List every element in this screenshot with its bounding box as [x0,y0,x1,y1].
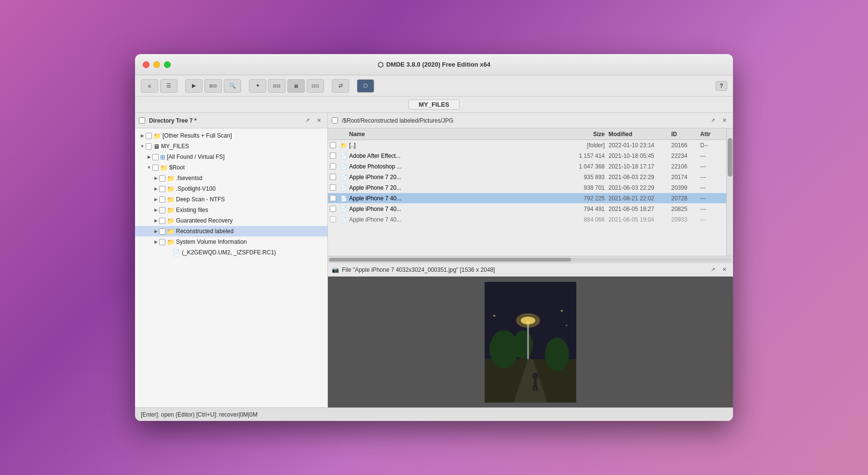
header-attr[interactable]: Attr [700,131,724,138]
check-reconstructed-labeled[interactable] [159,228,165,235]
horizontal-scrollbar[interactable] [328,256,733,263]
check-guaranteed-recovery[interactable] [159,218,165,224]
file-panel-expand-btn[interactable]: ↗ [708,116,718,126]
toolbar-partition-btn[interactable]: ⊞⊟ [204,79,222,93]
tree-item-root[interactable]: ▼ 📁 $Root [135,162,327,173]
row-check-3[interactable] [330,174,336,180]
maximize-button[interactable] [164,61,171,68]
left-panel-checkbox[interactable] [139,117,145,124]
file-row-0[interactable]: 📁 [..] [folder] 2022-01-10 23:14 20166 D… [328,140,726,151]
toolbar-play-btn[interactable]: ▶ [185,79,203,93]
check-root[interactable] [152,165,159,171]
row-check-0[interactable] [330,142,336,148]
header-size[interactable]: Size [565,131,609,138]
tree-item-my-files[interactable]: ▼ 🖥 MY_FILES [135,141,327,152]
expand-existing-files[interactable]: ▶ [152,207,159,213]
row-check-4[interactable] [330,184,336,191]
close-button[interactable] [143,61,149,68]
help-button[interactable]: ? [716,81,727,91]
row-check-1[interactable] [330,153,336,159]
check-spotlight[interactable] [159,186,165,192]
toolbar-list-btn[interactable]: ☰ [160,79,177,93]
svg-point-9 [532,373,538,379]
tree-item-k2gewqd[interactable]: ▶ 📄 (_K2GEWQD.UM2, _IZSFDFE.RC1) [135,247,327,258]
file-icon-6: 📄 [340,206,347,212]
file-row-2[interactable]: 📄 Adobe Photoshop ... 1 047 368 2021-10-… [328,161,726,172]
tree-item-spotlight[interactable]: ▶ 📁 .Spotlight-V100 [135,183,327,194]
expand-my-files[interactable]: ▼ [139,143,146,150]
header-name[interactable]: Name [349,131,565,138]
file-row-5[interactable]: 📄 Apple iPhone 7 40... 792 225 2021-08-2… [328,193,726,204]
svg-point-13 [493,315,495,317]
toolbar-grid-btn[interactable]: ▦ [287,79,305,93]
check-other-results[interactable] [146,133,152,139]
preview-content [328,277,733,407]
file-row-3[interactable]: 📄 Apple iPhone 7 20... 935 893 2021-06-0… [328,172,726,182]
file-row-4[interactable]: 📄 Apple iPhone 7 20... 938 701 2021-06-0… [328,182,726,193]
tree-item-other-results[interactable]: ▶ 📁 [Other Results + Full Scan] [135,130,327,141]
tree-item-reconstructed-labeled[interactable]: ▶ 📁 Reconstructed labeled [135,226,327,237]
file-attr-1: --- [700,153,724,159]
tree-item-system-volume[interactable]: ▶ 📁 System Volume Information [135,237,327,247]
tree-item-existing-files[interactable]: ▶ 📁 Existing files [135,205,327,215]
svg-point-3 [489,330,518,369]
scrollbar-thumb-h[interactable] [329,258,571,262]
tree-item-deep-scan[interactable]: ▶ 📁 Deep Scan - NTFS [135,194,327,205]
left-panel-expand-btn[interactable]: ↗ [302,116,312,126]
file-panel-close-btn[interactable]: ✕ [719,116,729,126]
expand-spotlight[interactable]: ▶ [152,185,159,192]
check-my-files[interactable] [146,143,152,150]
tree-item-guaranteed-recovery[interactable]: ▶ 📁 Guaranteed Recovery [135,215,327,226]
check-system-volume[interactable] [159,239,165,245]
expand-all-found[interactable]: ▶ [146,154,152,160]
toolbar-dmde-btn[interactable]: ⬡ [357,79,374,93]
row-check-5[interactable] [330,195,336,201]
check-existing-files[interactable] [159,207,165,213]
file-row-7[interactable]: 📄 Apple iPhone 7 40... 884 066 2021-06-0… [328,214,726,225]
expand-reconstructed-labeled[interactable]: ▶ [152,228,159,235]
row-check-2[interactable] [330,163,336,169]
expand-deep-scan[interactable]: ▶ [152,196,159,203]
tree-item-fseventsd[interactable]: ▶ 📁 .fseventsd [135,173,327,183]
preview-camera-icon: 📷 [332,266,339,273]
file-name-0: [..] [349,142,565,149]
preview-image [485,282,576,403]
expand-guaranteed-recovery[interactable]: ▶ [152,217,159,224]
vertical-scrollbar[interactable] [726,128,733,256]
file-icon-0: 📁 [340,142,347,148]
file-modified-1: 2021-10-18 05:45 [609,153,671,159]
preview-title: File "Apple iPhone 7 4032x3024_000351.jp… [342,266,495,273]
tree-item-all-found[interactable]: ▶ ⊞ [All Found / Virtual FS] [135,152,327,162]
left-panel-close-btn[interactable]: ✕ [314,116,324,126]
check-all-found[interactable] [152,154,159,160]
row-check-6[interactable] [330,206,336,212]
toolbar-blocks-btn[interactable]: ⊡⊡ [307,79,324,93]
file-table-wrapper: Name Size Modified ID Attr 📁 [..] [328,128,733,256]
scrollbar-thumb[interactable] [728,138,732,177]
expand-other-results[interactable]: ▶ [139,132,146,139]
expand-system-volume[interactable]: ▶ [152,238,159,245]
toolbar-table-btn[interactable]: ⊟⊟ [268,79,285,93]
icon-guaranteed-recovery: 📁 [167,217,175,224]
header-id[interactable]: ID [671,131,700,138]
toolbar-menu-btn[interactable]: ≡ [141,79,158,93]
file-row-6[interactable]: 📄 Apple iPhone 7 40... 794 491 2021-06-0… [328,204,726,214]
preview-close-btn[interactable]: ✕ [719,265,729,275]
header-modified[interactable]: Modified [609,131,671,138]
check-deep-scan[interactable] [159,196,165,203]
expand-root[interactable]: ▼ [146,164,152,171]
file-panel-checkbox[interactable] [332,117,338,124]
toolbar-search-btn[interactable]: 🔍 [224,79,241,93]
label-existing-files: Existing files [176,207,208,213]
file-modified-3: 2021-06-03 22:29 [609,174,671,181]
check-fseventsd[interactable] [159,175,165,182]
file-row-1[interactable]: 📄 Adobe After Effect... 1 157 414 2021-1… [328,151,726,161]
title-text: DMDE 3.8.0 (2020) Free Edition x64 [386,61,490,68]
expand-fseventsd[interactable]: ▶ [152,175,159,182]
minimize-button[interactable] [153,61,160,68]
row-check-7[interactable] [330,216,336,223]
preview-expand-btn[interactable]: ↗ [708,265,718,275]
toolbar-star-btn[interactable]: ✦ [249,79,266,93]
toolbar-transfer-btn[interactable]: ⇄ [332,79,349,93]
toolbar: ≡ ☰ ▶ ⊞⊟ 🔍 ✦ ⊟⊟ ▦ ⊡⊡ ⇄ ⬡ ? [135,75,733,97]
